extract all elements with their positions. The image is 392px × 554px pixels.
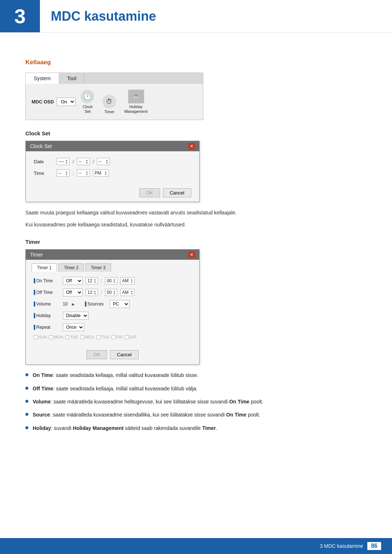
clock-set-icon-item[interactable]: 🕐 Clock Set <box>81 90 94 114</box>
section-heading-kellaaeg: Kellaaeg <box>25 59 367 66</box>
clock-set-ok-button[interactable]: OK <box>139 188 160 197</box>
page-header: 3 MDC kasutamine <box>0 0 392 33</box>
clock-set-subheading: Clock Set <box>25 130 367 136</box>
volume-indicator <box>34 301 35 307</box>
bullet-text-4: Source: saate määratleda kuvaseadme sise… <box>33 411 260 419</box>
holiday-icon-item[interactable]: 📅 Holiday Management <box>124 90 147 114</box>
on-min-spin[interactable]: ▲▼ <box>113 278 115 283</box>
date-spin-2[interactable]: ▲▼ <box>86 159 88 164</box>
time-ampm-field[interactable]: PM ▲▼ <box>93 169 109 177</box>
timer-cancel-button[interactable]: Cancel <box>110 350 138 359</box>
sources-label: Sources <box>85 301 107 307</box>
bullet-list: On Time: saate seadistada kellaaja, mill… <box>25 371 367 432</box>
sun-checkbox[interactable] <box>34 335 38 339</box>
fri-checkbox[interactable] <box>111 335 115 339</box>
timer-icon: ⏱ <box>102 95 116 108</box>
list-item-offtime: Off Time: saate seadistada kellaaja, mil… <box>25 385 367 393</box>
on-time-hour[interactable]: 12 ▲▼ <box>86 277 98 284</box>
on-ampm-spin[interactable]: ▲▼ <box>130 278 133 283</box>
timer-dialog: Timer ✕ Timer 1 Timer 2 Timer 3 On Time … <box>25 249 200 365</box>
mdc-tabs: System Tool <box>26 73 203 84</box>
off-ampm-spin[interactable]: ▲▼ <box>130 290 133 295</box>
day-wed: WED <box>80 335 94 339</box>
on-time-indicator <box>34 278 35 283</box>
repeat-indicator <box>34 325 35 330</box>
off-time-min[interactable]: 00 ▲▼ <box>105 289 117 296</box>
holiday-indicator <box>34 313 35 318</box>
on-hour-spin[interactable]: ▲▼ <box>94 278 96 283</box>
volume-arrow: ▶ <box>72 302 75 306</box>
thu-checkbox[interactable] <box>97 335 101 339</box>
on-time-ampm[interactable]: AM ▲▼ <box>120 277 135 284</box>
volume-sources-row: Volume 10 ▶ Sources PC <box>34 300 191 308</box>
list-item-ontime: On Time: saate seadistada kellaaja, mill… <box>25 371 367 379</box>
volume-value: 10 <box>63 301 68 307</box>
page-title: MDC kasutamine <box>40 0 156 32</box>
mdc-osd-label: MDC OSD <box>32 99 54 104</box>
day-mon: MON <box>49 335 63 339</box>
date-spin-3[interactable]: ▲▼ <box>106 159 108 164</box>
off-hour-spin[interactable]: ▲▼ <box>94 290 96 295</box>
mdc-body: MDC OSD On 🕐 Clock Set ⏱ Timer <box>26 84 203 120</box>
clock-set-cancel-button[interactable]: Cancel <box>163 188 191 197</box>
holiday-label: Holiday Management <box>124 104 147 114</box>
sun-label: SUN <box>38 335 47 339</box>
off-time-hour[interactable]: 12 ▲▼ <box>86 289 98 296</box>
timer-ok-button[interactable]: OK <box>86 350 107 359</box>
date-field-2[interactable]: -- ▲▼ <box>77 158 90 165</box>
time-spin-2[interactable]: ▲▼ <box>86 171 88 176</box>
page-footer: 3 MDC kasutamine 86 <box>0 538 392 554</box>
footer-page-number: 86 <box>367 542 381 550</box>
time-label: Time <box>34 171 54 176</box>
mdc-osd-select[interactable]: On <box>57 98 75 106</box>
bullet-text-2: Off Time: saate seadistada kellaaja, mil… <box>33 385 197 393</box>
clock-set-titlebar: Clock Set ✕ <box>26 141 199 151</box>
sources-select[interactable]: PC <box>110 300 130 308</box>
wed-checkbox[interactable] <box>80 335 84 339</box>
volume-label: Volume <box>34 301 60 307</box>
repeat-row: Repeat Once <box>34 323 191 331</box>
repeat-select[interactable]: Once <box>63 323 84 331</box>
timer-icon-item[interactable]: ⏱ Timer <box>102 95 116 114</box>
tue-label: TUE <box>70 335 78 339</box>
on-time-select[interactable]: Off <box>63 277 83 285</box>
mdc-tab-system[interactable]: System <box>26 73 59 84</box>
mon-checkbox[interactable] <box>49 335 53 339</box>
date-spin-1[interactable]: ▲▼ <box>65 159 68 164</box>
bullet-dot-3 <box>25 400 28 403</box>
off-time-ampm[interactable]: AM ▲▼ <box>120 289 135 296</box>
tue-checkbox[interactable] <box>65 335 69 339</box>
mdc-ui-mockup: System Tool MDC OSD On 🕐 Clock Set <box>25 73 203 120</box>
bullet-dot-2 <box>25 387 28 390</box>
off-time-row: Off Time Off 12 ▲▼ : 00 ▲▼ AM ▲▼ <box>34 288 191 296</box>
timer-label: Timer <box>105 110 115 114</box>
mdc-tab-tool[interactable]: Tool <box>59 73 85 84</box>
timer-tab-2[interactable]: Timer 2 <box>58 263 84 272</box>
off-time-label: Off Time <box>34 290 60 295</box>
mdc-icons-area: 🕐 Clock Set ⏱ Timer 📅 <box>81 87 147 116</box>
time-field-2[interactable]: -- ▲▼ <box>77 169 90 177</box>
time-field-1[interactable]: -- ▲▼ <box>57 169 70 177</box>
bullet-text-5: Holiday: suvandi Holiday Management sätt… <box>33 424 217 432</box>
timer-tab-3[interactable]: Timer 3 <box>85 263 111 272</box>
mdc-osd-row: MDC OSD On <box>32 98 75 106</box>
time-spin-1[interactable]: ▲▼ <box>65 171 68 176</box>
sat-checkbox[interactable] <box>125 335 129 339</box>
sat-label: SAT <box>130 335 137 339</box>
off-min-spin[interactable]: ▲▼ <box>113 290 115 295</box>
date-field-1[interactable]: ---- ▲▼ <box>57 158 70 165</box>
timer-close-button[interactable]: ✕ <box>188 251 195 258</box>
wed-label: WED <box>85 335 94 339</box>
off-time-indicator <box>34 290 35 295</box>
time-ampm-spin[interactable]: ▲▼ <box>105 171 107 176</box>
holiday-select[interactable]: Disable <box>63 312 89 320</box>
bullet-text-3: Volume: saate määratleda kuvaseadme heli… <box>33 398 263 406</box>
off-time-select[interactable]: Off <box>63 288 83 296</box>
day-sun: SUN <box>34 335 47 339</box>
timer-titlebar: Timer ✕ <box>26 250 199 260</box>
timer-tab-1[interactable]: Timer 1 <box>32 263 57 272</box>
time-row: Time -- ▲▼ : -- ▲▼ PM ▲▼ <box>34 169 191 177</box>
on-time-min[interactable]: 00 ▲▼ <box>105 277 117 284</box>
date-field-3[interactable]: -- ▲▼ <box>97 158 110 165</box>
clock-set-close-button[interactable]: ✕ <box>188 143 195 149</box>
